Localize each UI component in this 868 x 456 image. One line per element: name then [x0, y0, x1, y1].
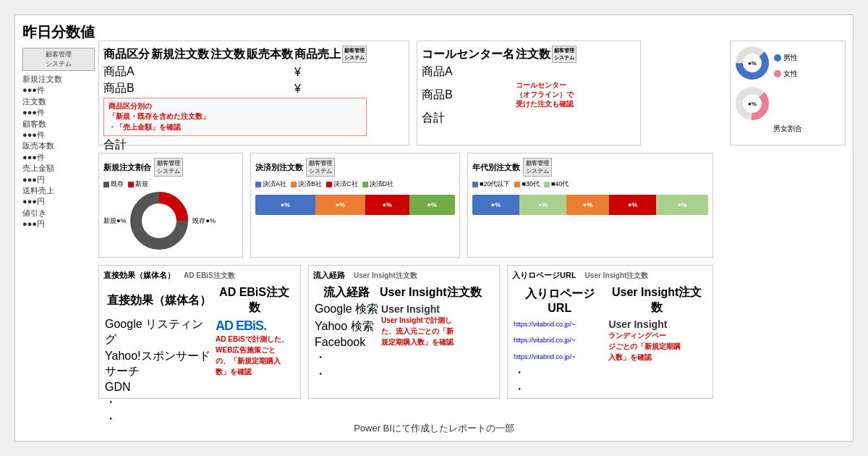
ad-ebis-col2: AD EBiS注文数: [184, 271, 235, 281]
ui-flow-annotation: User Insightで計測した、流入元ごとの「新規定期購入数」を確認: [381, 315, 480, 347]
main-frame: 昨日分数値 顧客管理システム 新規注文数 ●●●件 注文数 ●●●件 顧客数 ●…: [14, 14, 854, 442]
cc-annotation: コールセンター（オフライン）で受けた注文も確認: [516, 81, 576, 109]
c-dot: [326, 182, 332, 187]
male-legend: 男性: [774, 53, 798, 63]
table-row: https://vitabrid.co.jp/~ User Insight ラン…: [514, 317, 707, 332]
footer-text: Power BIにて作成したレポートの一部: [15, 422, 853, 435]
payment-chart-section: 決済別注文数 顧客管理システム 決済A社 決済B社 決済C社 決済D社 ●%: [250, 153, 460, 258]
payment-legend: 決済A社 決済B社 決済C社 決済D社: [255, 180, 455, 189]
left-metrics: 顧客管理システム 新規注文数 ●●●件 注文数 ●●●件 顧客数 ●●●件 販売…: [22, 48, 95, 229]
user-insight-flow-section: 流入経路 User Insight注文数 流入経路 User Insight注文…: [308, 265, 500, 399]
ui-lp-logo: User Insight: [608, 318, 705, 330]
metric-shipping-value: ●●●円: [22, 196, 95, 207]
metric-orders-label: 注文数: [22, 96, 95, 107]
ad-ebis-annotation: AD EBiSで計測した、WEB広告施策ごとの、「新規定期購入数」を確認: [216, 334, 293, 377]
table-row: 商品B ¥: [103, 81, 367, 96]
table-row: Google 検索 User Insight User Insightで計測した…: [315, 302, 482, 317]
donut-container: 新規●% 既存●%: [103, 192, 238, 250]
b-dot: [291, 182, 297, 187]
product-table: 商品区分 新規注文数 注文数 販売本数 商品売上 顧客管理システム 商品A ¥ …: [102, 44, 368, 154]
metric-units-value: ●●●件: [22, 152, 95, 163]
legend-c: 決済C社: [326, 180, 358, 189]
male-color: [774, 54, 781, 62]
table-row: ・: [105, 395, 294, 410]
table-row: Google リスティング AD EBiS. AD EBiSで計測した、WEB広…: [105, 317, 294, 347]
new-order-legend: 既存 新規: [103, 180, 238, 189]
table-row: ・: [514, 382, 707, 397]
gender-legend: 男性 女性: [774, 46, 798, 79]
ui-flow-logo: User Insight: [381, 303, 480, 315]
metric-shipping-label: 送料売上: [22, 185, 95, 196]
callcenter-table-section: コールセンター名 注文数 顧客管理システム 商品A 商品B コールセンター（オフ…: [417, 41, 641, 145]
age-title: 年代別注文数 顧客管理システム: [472, 158, 708, 177]
ad-ebis-section: 直接効果（媒体名） AD EBiS注文数 直接効果（媒体名） AD EBiS注文…: [98, 265, 301, 399]
metric-discount-label: 値引き: [22, 208, 95, 219]
new-order-title: 新規注文割合 顧客管理システム: [103, 158, 238, 177]
col-ui-lp-orders: User Insight注文数: [607, 285, 707, 316]
col-new-orders: 新規注文数: [151, 46, 209, 63]
product-a: 商品A: [103, 64, 150, 80]
legend-existing: 既存: [103, 180, 124, 189]
customer-badge: 顧客管理システム: [22, 48, 95, 71]
age-chart-section: 年代別注文数 顧客管理システム ■20代以下 ■30代 ■40代 ●% ●% ●…: [467, 153, 713, 258]
metric-new-orders-label: 新規注文数: [22, 74, 95, 85]
legend-40s: ■40代: [544, 180, 569, 189]
col-medium: 直接効果（媒体名）: [105, 285, 213, 316]
new-order-badge: 顧客管理システム: [154, 158, 183, 177]
30s-dot: [514, 182, 520, 187]
product-annotation: 商品区分別の「新規・既存を含めた注文数」・「売上金額」を確認: [103, 98, 367, 136]
ui-flow-col2: User Insight注文数: [354, 271, 417, 281]
metric-orders-value: ●●●件: [22, 107, 95, 118]
new-dot: [128, 182, 134, 187]
bar-a: ●%: [255, 195, 315, 215]
metric-discount-value: ●●●円: [22, 219, 95, 229]
age-legend: ■20代以下 ■30代 ■40代: [472, 180, 708, 189]
col-source: 流入経路: [315, 285, 378, 300]
bar-b: ●%: [315, 195, 365, 215]
metric-customers-label: 顧客数: [22, 119, 95, 130]
ad-ebis-title: 直接効果（媒体名） AD EBiS注文数: [103, 270, 296, 281]
existing-dot: [103, 182, 109, 187]
metric-new-orders-value: ●●●件: [22, 85, 95, 96]
ui-lp-table: 入りロページURL User Insight注文数 https://vitabr…: [512, 284, 708, 399]
ad-ebis-logo: AD EBiS.: [216, 318, 293, 334]
total-label: 合計: [103, 138, 150, 153]
col-sales: 商品売上 顧客管理システム: [294, 46, 367, 63]
metric-sales-value: ●●●円: [22, 174, 95, 185]
cc-badge: 顧客管理システム: [552, 46, 576, 63]
bar-c: ●%: [365, 195, 409, 215]
gender-chart-section: ●% ●% 男性 女性: [730, 41, 846, 145]
legend-30s: ■30代: [514, 180, 539, 189]
page-title: 昨日分数値: [22, 22, 95, 42]
gender-title: 男女割合: [735, 124, 841, 134]
table-row: 商品A ¥: [103, 64, 367, 80]
legend-d: 決済D社: [362, 180, 394, 189]
col-url: 入りロページURL: [514, 285, 605, 316]
table-row: 商品B コールセンター（オフライン）で受けた注文も確認: [422, 81, 576, 109]
donut-chart: [130, 192, 188, 250]
female-pct: ●%: [748, 101, 757, 107]
male-label: 男性: [783, 53, 798, 63]
table-row: 商品区分別の「新規・既存を含めた注文数」・「売上金額」を確認: [103, 98, 367, 136]
bar-d: ●%: [409, 195, 455, 215]
bar-40a: ●%: [519, 195, 566, 215]
legend-a: 決済A社: [255, 180, 286, 189]
col-callcenter: コールセンター名: [422, 46, 514, 63]
gender-chart-content: ●% ●% 男性 女性: [735, 46, 841, 121]
40s-dot: [544, 182, 550, 187]
age-badge: 顧客管理システム: [523, 158, 552, 177]
ui-flow-table: 流入経路 User Insight注文数 Google 検索 User Insi…: [313, 284, 483, 384]
payment-badge: 顧客管理システム: [306, 158, 335, 177]
sales-badge: 顧客管理システム: [342, 46, 367, 63]
table-row-total: 合計: [103, 138, 367, 153]
user-insight-lp-title: 入りロページURL User Insight注文数: [512, 270, 708, 281]
legend-b: 決済B社: [291, 180, 322, 189]
20s-dot: [472, 182, 478, 187]
donut-new-label: 新規●%: [103, 216, 126, 226]
age-bar: ●% ●% ●% ●% ●%: [472, 195, 708, 215]
callcenter-table: コールセンター名 注文数 顧客管理システム 商品A 商品B コールセンター（オフ…: [420, 44, 578, 127]
payment-title: 決済別注文数 顧客管理システム: [255, 158, 455, 177]
female-label: 女性: [783, 69, 798, 79]
male-donut: ●%: [735, 46, 770, 80]
ui-lp-annotation: ランディングページごとの「新規定期購入数」を確認: [608, 330, 705, 363]
